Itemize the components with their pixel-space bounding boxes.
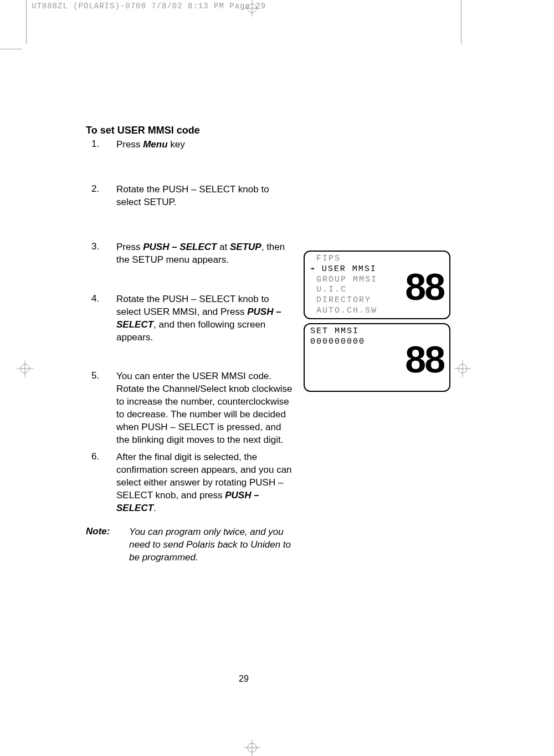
step-text: Rotate the PUSH – SELECT knob to select …: [116, 293, 294, 344]
note-label: Note:: [86, 526, 129, 564]
step-num: 3.: [86, 241, 116, 267]
note-text: You can program only twice, and you need…: [129, 526, 295, 564]
step-num: 1.: [86, 139, 116, 151]
lcd-line: SET MMSI: [310, 326, 444, 337]
note: Note: You can program only twice, and yo…: [86, 526, 474, 564]
step-2: 2. Rotate the PUSH – SELECT knob to sele…: [86, 183, 474, 209]
lcd-channel-display: 88: [405, 338, 444, 381]
svg-point-6: [20, 364, 29, 373]
header-info: UT888ZL (POLARIS)-0708 7/8/02 8:13 PM Pa…: [32, 2, 266, 11]
step-num: 6.: [86, 451, 116, 515]
lcd-screen-setup-menu: FIPS ➔ USER MMSI GROUP MMSI U.I.C DIRECT…: [304, 251, 450, 319]
step-text: Press PUSH – SELECT at SETUP, then the S…: [116, 241, 294, 267]
step-num: 5.: [86, 370, 116, 447]
step-text: You can enter the USER MMSI code. Rotate…: [116, 370, 294, 447]
step-6: 6. After the final digit is selected, th…: [86, 451, 474, 515]
page-number: 29: [0, 674, 488, 684]
svg-point-3: [248, 743, 257, 752]
step-num: 4.: [86, 293, 116, 344]
lcd-line: FIPS: [310, 254, 444, 264]
section-heading: To set USER MMSI code: [86, 125, 474, 136]
step-text: After the final digit is selected, the c…: [116, 451, 294, 515]
lcd-screen-set-mmsi: SET MMSI 000000000 88: [304, 323, 450, 392]
step-1: 1. Press Menu key: [86, 139, 474, 151]
registration-mark-bottom: [244, 739, 260, 756]
step-num: 2.: [86, 183, 116, 209]
registration-mark-left: [17, 360, 33, 377]
step-text: Rotate the PUSH – SELECT knob to select …: [116, 183, 294, 209]
lcd-channel-display: 88: [405, 265, 444, 308]
step-text: Press Menu key: [116, 139, 185, 151]
